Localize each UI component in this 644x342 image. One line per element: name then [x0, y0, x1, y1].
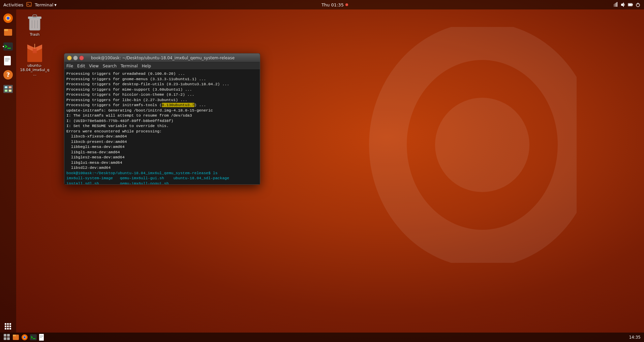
terminal-titlebar: book@100ask: ~/Desktop/ubuntu-18.04_imx6… — [64, 54, 260, 62]
volume-icon — [620, 2, 626, 7]
recording-indicator — [345, 3, 348, 6]
taskbar-editor[interactable] — [38, 334, 46, 341]
taskbar-terminal[interactable] — [30, 334, 37, 341]
dock-icon-apps[interactable] — [2, 320, 14, 333]
bottom-taskbar: 14:35 — [0, 333, 644, 342]
dock-icon-terminal[interactable] — [2, 40, 14, 53]
svg-rect-6 — [616, 3, 616, 7]
svg-rect-45 — [4, 337, 6, 340]
topbar: Activities Terminal ▾ Thu 01:35 — [0, 0, 644, 9]
svg-rect-52 — [30, 334, 37, 340]
menu-file[interactable]: File — [66, 64, 73, 68]
svg-rect-5 — [615, 3, 615, 7]
topbar-right — [613, 2, 641, 7]
svg-rect-10 — [632, 4, 633, 5]
svg-point-1 — [435, 98, 529, 192]
trash-icon — [27, 13, 43, 32]
svg-point-0 — [388, 41, 577, 249]
svg-rect-30 — [5, 90, 7, 92]
svg-rect-7 — [617, 2, 617, 7]
menu-view[interactable]: View — [89, 64, 98, 68]
menu-help[interactable]: Help — [142, 64, 151, 68]
power-icon[interactable] — [635, 2, 641, 7]
svg-rect-43 — [4, 334, 6, 337]
menu-search[interactable]: Search — [103, 64, 117, 68]
svg-rect-48 — [13, 335, 16, 336]
taskbar-time: 14:35 — [629, 335, 641, 340]
file-label: ubuntu-18.04_imx6ul_q... — [20, 63, 50, 77]
menu-edit[interactable]: Edit — [77, 64, 85, 68]
terminal-title: book@100ask: ~/Desktop/ubuntu-18.04_imx6… — [84, 56, 242, 60]
minimize-button[interactable] — [67, 56, 72, 60]
topbar-clock: Thu 01:35 — [321, 2, 348, 7]
maximize-button[interactable] — [73, 56, 78, 60]
battery-icon — [628, 2, 633, 7]
taskbar-files[interactable] — [12, 334, 20, 341]
svg-point-16 — [7, 17, 9, 20]
dock-icon-files[interactable] — [2, 26, 14, 38]
window-controls — [67, 56, 84, 60]
svg-rect-29 — [9, 86, 11, 88]
svg-rect-31 — [9, 90, 11, 92]
svg-rect-28 — [5, 86, 7, 88]
svg-rect-27 — [3, 85, 13, 93]
dock-icon-settings[interactable] — [2, 83, 14, 95]
activities-button[interactable]: Activities — [3, 2, 23, 7]
file-desktop-icon[interactable]: ubuntu-18.04_imx6ul_q... — [20, 43, 50, 77]
close-button[interactable] — [79, 56, 84, 60]
topbar-left: Activities Terminal ▾ — [3, 1, 57, 8]
svg-rect-46 — [7, 337, 10, 340]
dock-icon-editor[interactable] — [2, 55, 14, 67]
terminal-indicator — [26, 1, 32, 8]
svg-rect-54 — [39, 334, 44, 341]
svg-rect-19 — [3, 42, 13, 51]
svg-marker-8 — [621, 2, 624, 7]
svg-rect-41 — [33, 49, 37, 53]
terminal-menubar: File Edit View Search Terminal Help — [64, 62, 260, 70]
grid-icon — [5, 323, 11, 330]
left-dock: ? — [0, 9, 16, 333]
terminal-app-menu[interactable]: Terminal ▾ — [35, 2, 56, 7]
taskbar-apps — [3, 334, 46, 341]
svg-rect-18 — [4, 29, 8, 31]
dock-icon-help[interactable]: ? — [2, 69, 14, 81]
network-icon — [613, 2, 618, 7]
svg-rect-4 — [614, 4, 614, 7]
taskbar-apps-grid[interactable] — [3, 334, 11, 341]
trash-label: Trash — [30, 32, 39, 37]
terminal-content[interactable]: Processing triggers for ureadahead (0.10… — [64, 70, 260, 184]
svg-point-51 — [24, 336, 26, 338]
svg-rect-11 — [628, 4, 632, 6]
menu-terminal[interactable]: Terminal — [121, 64, 138, 68]
svg-text:?: ? — [6, 71, 10, 78]
trash-desktop-icon[interactable]: Trash — [20, 13, 50, 37]
file-icon — [26, 43, 43, 63]
taskbar-browser[interactable] — [21, 334, 28, 341]
svg-rect-44 — [7, 334, 10, 337]
dock-icon-firefox[interactable] — [2, 12, 14, 24]
terminal-window: book@100ask: ~/Desktop/ubuntu-18.04_imx6… — [64, 53, 260, 185]
svg-rect-21 — [4, 56, 11, 65]
